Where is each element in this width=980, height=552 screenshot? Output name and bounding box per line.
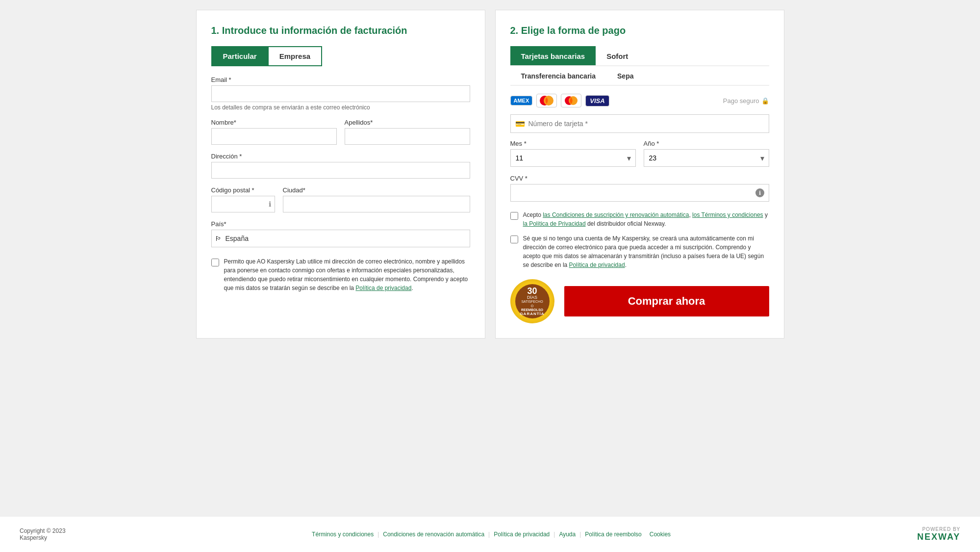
ano-select-wrap: 23 — [644, 149, 769, 167]
badge-reembolso: REEMBOLSO — [521, 308, 543, 312]
direccion-input[interactable] — [211, 162, 470, 179]
badge-inner: 30 DÍAS SATISFECHO O REEMBOLSO GARANTÍA — [515, 284, 550, 318]
buy-section: 30 DÍAS SATISFECHO O REEMBOLSO GARANTÍA … — [510, 279, 769, 323]
postal-input-wrap: ℹ — [211, 196, 275, 212]
mes-group: Mes * 11 — [510, 140, 636, 167]
card-number-input[interactable] — [510, 114, 769, 133]
consent2-text: Sé que si no tengo una cuenta de My Kasp… — [523, 234, 769, 269]
marketing-text: Permito que AO Kaspersky Lab utilice mi … — [224, 257, 470, 292]
city-input[interactable] — [283, 196, 470, 212]
payment-tabs: Tarjetas bancarias Sofort Transferencia … — [510, 46, 769, 86]
nexway-logo: NEXWAY — [917, 532, 960, 542]
tab-empresa[interactable]: Empresa — [269, 46, 322, 66]
tab-tarjetas[interactable]: Tarjetas bancarias — [510, 46, 596, 65]
consent1-link3[interactable]: la Política de Privacidad — [523, 220, 586, 227]
footer-brand: POWERED BY NEXWAY — [917, 526, 960, 542]
footer-link-help[interactable]: Ayuda — [559, 531, 576, 538]
apellidos-label: Apellidos* — [345, 119, 470, 126]
country-label: País* — [211, 220, 470, 228]
postal-group: Código postal * ℹ — [211, 186, 275, 212]
postal-city-row: Código postal * ℹ Ciudad* — [211, 186, 470, 220]
cvv-info-icon: ℹ — [755, 188, 764, 197]
footer-link-cookies[interactable]: Cookies — [650, 531, 671, 538]
footer-divider1: | — [377, 531, 379, 538]
footer-copyright: Copyright © 2023 Kaspersky — [20, 527, 66, 541]
footer-link-terms[interactable]: Términos y condiciones — [312, 531, 374, 538]
consent1-link2[interactable]: los Términos y condiciones — [692, 211, 763, 218]
marketing-checkbox[interactable] — [211, 259, 219, 266]
tab-particular[interactable]: Particular — [211, 46, 269, 66]
mastercard-icon — [561, 94, 581, 107]
email-group: Email * Los detalles de compra se enviar… — [211, 76, 470, 111]
billing-type-tabs: Particular Empresa — [211, 46, 470, 66]
cvv-group: CVV * ℹ — [510, 175, 769, 202]
guarantee-badge: 30 DÍAS SATISFECHO O REEMBOLSO GARANTÍA — [510, 279, 554, 323]
footer-link-privacy[interactable]: Política de privacidad — [494, 531, 550, 538]
consent2-link[interactable]: Política de privacidad — [569, 262, 625, 268]
card-number-group: 💳 — [510, 114, 769, 133]
badge-garantia: GARANTÍA — [520, 312, 544, 316]
payment-tab-row1: Tarjetas bancarias Sofort — [510, 46, 769, 66]
postal-info-icon: ℹ — [269, 200, 271, 208]
direccion-group: Dirección * — [211, 153, 470, 179]
badge-outer: 30 DÍAS SATISFECHO O REEMBOLSO GARANTÍA — [510, 279, 554, 323]
secure-text: Pago seguro 🔒 — [723, 97, 769, 105]
nombre-label: Nombre* — [211, 119, 337, 126]
apellidos-input[interactable] — [345, 128, 470, 145]
consent2-group: Sé que si no tengo una cuenta de My Kasp… — [510, 234, 769, 269]
footer-divider4: | — [579, 531, 581, 538]
email-input[interactable] — [211, 85, 470, 102]
mes-select-wrap: 11 — [510, 149, 636, 167]
card-field-icon: 💳 — [515, 119, 525, 129]
expiry-cvv-row: Mes * 11 Año * 23 — [510, 140, 769, 167]
privacy-link[interactable]: Política de privacidad — [355, 285, 411, 291]
email-hint: Los detalles de compra se enviarán a est… — [211, 104, 470, 111]
badge-o: O — [531, 304, 533, 308]
marketing-checkbox-group: Permito que AO Kaspersky Lab utilice mi … — [211, 257, 470, 292]
consent1-link1[interactable]: las Condiciones de suscripción y renovac… — [543, 211, 689, 218]
direccion-label: Dirección * — [211, 153, 470, 160]
buy-button[interactable]: Comprar ahora — [564, 286, 769, 316]
right-title: 2. Elige la forma de pago — [510, 25, 769, 36]
nombre-input[interactable] — [211, 128, 337, 145]
consent2-checkbox[interactable] — [510, 236, 518, 243]
consent1-text: Acepto las Condiciones de suscripción y … — [523, 210, 769, 228]
country-select-wrap: España — [211, 230, 470, 247]
tab-sofort[interactable]: Sofort — [596, 46, 639, 65]
footer-divider3: | — [553, 531, 555, 538]
ano-select[interactable]: 23 — [644, 149, 769, 167]
footer-links: Términos y condiciones | Condiciones de … — [312, 531, 671, 538]
amex-icon: AMEX — [510, 96, 533, 105]
powered-by-label: POWERED BY — [922, 526, 960, 532]
nombre-group: Nombre* — [211, 119, 337, 145]
consent1-group: Acepto las Condiciones de suscripción y … — [510, 210, 769, 228]
tab-sepa[interactable]: Sepa — [606, 66, 644, 85]
svg-point-1 — [544, 96, 553, 105]
lock-icon: 🔒 — [761, 97, 769, 105]
ano-label: Año * — [644, 140, 769, 147]
badge-satisfecho: SATISFECHO — [521, 300, 543, 304]
postal-label: Código postal * — [211, 186, 275, 194]
footer-link-renovation[interactable]: Condiciones de renovación automática — [383, 531, 484, 538]
postal-input[interactable] — [211, 196, 275, 212]
country-select[interactable]: España — [211, 230, 470, 247]
footer-link-refund[interactable]: Política de reembolso — [585, 531, 641, 538]
city-group: Ciudad* — [283, 186, 470, 212]
mes-label: Mes * — [510, 140, 636, 147]
cvv-input-row: ℹ — [510, 184, 769, 202]
card-icons-row: AMEX VISA Pago seguro 🔒 — [510, 94, 769, 107]
mes-select[interactable]: 11 — [510, 149, 636, 167]
country-group: País* España — [211, 220, 470, 247]
left-title: 1. Introduce tu información de facturaci… — [211, 25, 470, 36]
badge-dias: DÍAS — [527, 295, 537, 300]
tab-transferencia[interactable]: Transferencia bancaria — [510, 66, 607, 85]
email-label: Email * — [211, 76, 470, 83]
visa-icon: VISA — [585, 95, 609, 106]
city-label: Ciudad* — [283, 186, 470, 194]
ano-group: Año * 23 — [644, 140, 769, 167]
consent1-checkbox[interactable] — [510, 212, 518, 220]
badge-days: 30 — [527, 287, 537, 295]
name-row: Nombre* Apellidos* — [211, 119, 470, 153]
cvv-input[interactable] — [510, 184, 769, 202]
footer: Copyright © 2023 Kaspersky Términos y co… — [0, 516, 980, 552]
